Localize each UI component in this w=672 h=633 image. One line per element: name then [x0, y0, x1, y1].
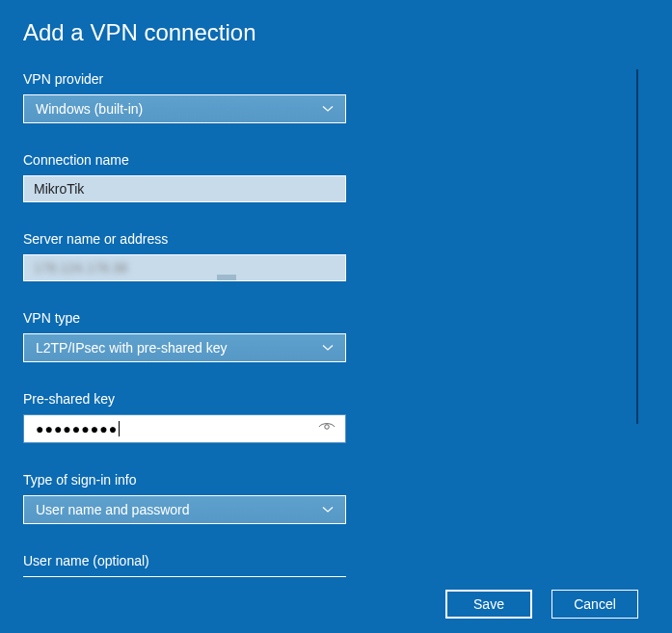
psk-input[interactable]: ●●●●●●●●● — [23, 414, 346, 443]
username-label: User name (optional) — [23, 553, 649, 568]
vpn-type-label: VPN type — [23, 310, 649, 326]
svg-point-0 — [325, 425, 330, 430]
signin-type-select[interactable]: User name and password — [23, 495, 346, 524]
vpn-type-select[interactable]: L2TP/IPsec with pre-shared key — [23, 333, 346, 362]
psk-masked-value: ●●●●●●●●● — [36, 421, 118, 436]
text-caret — [119, 421, 120, 436]
connection-name-label: Connection name — [23, 152, 649, 168]
server-value-obscured: 178.124.178.38 — [34, 260, 127, 276]
vpn-provider-label: VPN provider — [23, 71, 649, 87]
signin-type-value: User name and password — [36, 502, 190, 517]
save-button[interactable]: Save — [445, 590, 532, 619]
connection-name-input[interactable] — [23, 175, 346, 202]
vpn-provider-select[interactable]: Windows (built-in) — [23, 94, 346, 123]
chevron-down-icon — [322, 506, 334, 514]
vpn-provider-value: Windows (built-in) — [36, 101, 143, 117]
psk-label: Pre-shared key — [23, 391, 649, 407]
redaction-mark — [217, 275, 236, 280]
chevron-down-icon — [322, 344, 334, 352]
reveal-password-icon[interactable] — [318, 420, 336, 437]
server-input[interactable]: 178.124.178.38 — [23, 254, 346, 281]
server-label: Server name or address — [23, 231, 649, 247]
cancel-button[interactable]: Cancel — [551, 590, 638, 619]
signin-type-label: Type of sign-in info — [23, 472, 649, 488]
chevron-down-icon — [322, 105, 334, 113]
vpn-type-value: L2TP/IPsec with pre-shared key — [36, 340, 227, 356]
dialog-title: Add a VPN connection — [23, 19, 649, 46]
scroll-indicator[interactable] — [636, 69, 638, 424]
username-input[interactable] — [23, 576, 346, 577]
